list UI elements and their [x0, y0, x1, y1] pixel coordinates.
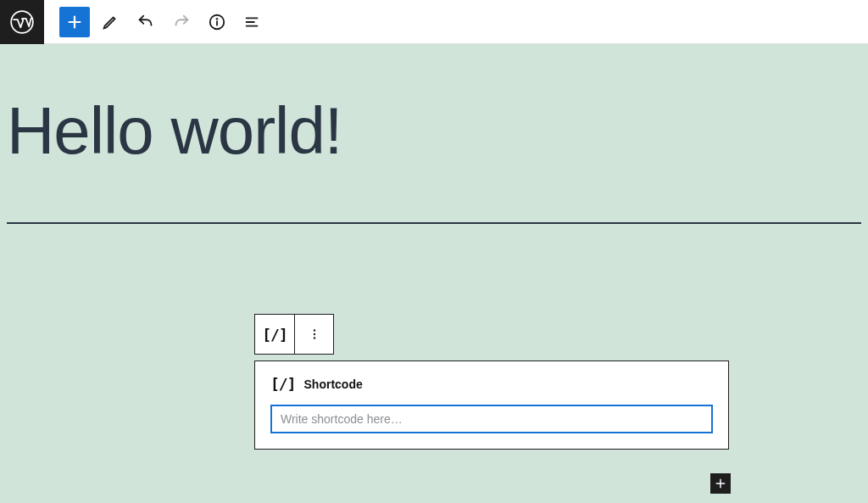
block-type-button[interactable]: [/] — [255, 315, 294, 354]
block-more-button[interactable] — [294, 315, 333, 354]
document-outline-button[interactable] — [237, 7, 268, 37]
block-toolbar: [/] — [254, 314, 334, 355]
info-icon — [208, 13, 226, 31]
editor-topbar — [0, 0, 868, 44]
shortcode-block-header: [/] Shortcode — [270, 375, 713, 393]
shortcode-icon: [/] — [270, 375, 296, 393]
plus-icon — [714, 477, 727, 490]
wordpress-icon — [10, 10, 34, 34]
svg-point-5 — [313, 337, 314, 338]
editor-canvas[interactable]: Hello world! [/] [/] Shortcode — [0, 44, 868, 503]
svg-point-3 — [313, 329, 314, 331]
redo-icon — [172, 13, 191, 31]
outline-icon — [243, 13, 262, 31]
redo-button[interactable] — [166, 7, 197, 37]
separator-block[interactable] — [7, 222, 861, 224]
plus-icon — [65, 13, 84, 31]
shortcode-block-label: Shortcode — [304, 377, 363, 391]
shortcode-input[interactable] — [270, 405, 713, 433]
svg-point-4 — [313, 333, 314, 335]
post-title[interactable]: Hello world! — [0, 44, 868, 176]
shortcode-icon: [/] — [262, 326, 287, 344]
add-block-button[interactable] — [59, 7, 90, 37]
undo-icon — [136, 13, 155, 31]
svg-point-2 — [217, 18, 218, 19]
undo-button[interactable] — [131, 7, 161, 37]
info-button[interactable] — [202, 7, 232, 37]
more-vertical-icon — [307, 327, 322, 342]
shortcode-block[interactable]: [/] Shortcode — [254, 360, 729, 450]
wordpress-logo[interactable] — [0, 0, 44, 44]
insert-block-button[interactable] — [710, 473, 731, 494]
pencil-icon — [101, 13, 120, 31]
edit-mode-button[interactable] — [95, 7, 125, 37]
